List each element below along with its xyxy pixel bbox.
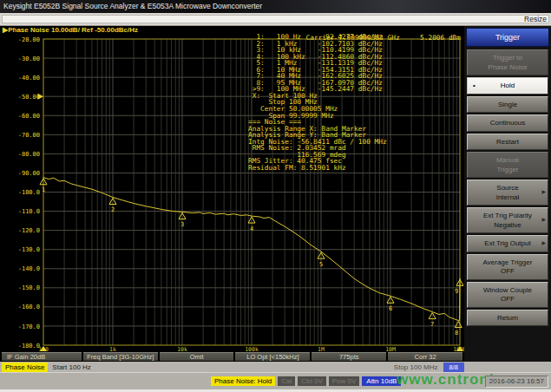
marker-readout-block: 1: 100 Hz -92.4277 dBc/Hz 2: 1 kHz -102.… bbox=[248, 34, 387, 171]
trace-name-chip[interactable]: Phase Noise bbox=[2, 363, 48, 372]
softkey-label: Average Trigger bbox=[476, 258, 540, 267]
resize-button[interactable]: Resize bbox=[524, 13, 547, 25]
window-title: Keysight E5052B Signal Source Analyzer &… bbox=[3, 2, 262, 10]
softkey-hold[interactable]: •Hold bbox=[467, 77, 548, 95]
softkey-label: Source bbox=[476, 184, 540, 193]
y-axis-tick-label: -30.00 bbox=[18, 56, 40, 62]
ctrl-status-chip[interactable]: Ctrl 0V bbox=[298, 376, 325, 386]
softkey-label: Manual bbox=[476, 156, 540, 165]
softkey-source[interactable]: SourceInternal▶ bbox=[467, 180, 548, 206]
softkey-label: Continuous bbox=[476, 119, 540, 127]
status-segment-6[interactable]: Corr 32 bbox=[388, 352, 462, 361]
y-axis-tick-label: -120.0 bbox=[18, 227, 40, 234]
softkey-ext-trig-output[interactable]: Ext Trig Output▶ bbox=[467, 235, 548, 252]
softkey-value-label: Internal bbox=[476, 193, 540, 202]
y-axis-tick-label: -150.0 bbox=[18, 284, 40, 291]
instrument-screen: ▶Phase Noise 10.00dB/ Ref -50.00dBc/Hz -… bbox=[0, 26, 464, 351]
y-axis-tick-label: -180.0 bbox=[18, 343, 40, 350]
mode-status-chip[interactable]: Phase Noise: Hold bbox=[211, 376, 275, 386]
softkey-manual-trigger[interactable]: ManualTrigger bbox=[467, 152, 548, 178]
status-segment-5[interactable]: 775pts bbox=[312, 352, 386, 361]
softkey-value-label: Negative bbox=[476, 221, 540, 230]
softkey-single[interactable]: Single bbox=[467, 96, 548, 114]
status-segment-3[interactable]: Omit bbox=[160, 352, 234, 361]
cal-status-chip[interactable]: Cal bbox=[278, 376, 295, 386]
toolbar-field bbox=[2, 15, 549, 23]
window-titlebar[interactable]: Keysight E5052B Signal Source Analyzer &… bbox=[0, 0, 551, 13]
y-axis-tick-label: -70.00 bbox=[18, 132, 40, 139]
measurement-status-row: IF Gain 20dBFreq Band [3G-10GHz]OmitLO O… bbox=[0, 351, 464, 362]
softkey-label: Hold bbox=[476, 82, 540, 90]
y-axis-tick-label: -130.0 bbox=[18, 246, 40, 253]
softkey-continuous[interactable]: Continuous bbox=[467, 114, 548, 132]
trace-marker-8[interactable]: 8 bbox=[455, 322, 462, 337]
softkey-label: Ext Trig Output bbox=[476, 239, 540, 248]
marker-number-label: 9 bbox=[455, 288, 458, 295]
status-segment-4[interactable]: LO Opt [<150kHz] bbox=[235, 352, 310, 361]
softkey-value-label: Phase Noise bbox=[476, 63, 540, 72]
phase-noise-plot: -20.00-30.00-40.00-50.00-60.00-70.00-80.… bbox=[0, 33, 464, 351]
reference-level-arrow-icon bbox=[38, 94, 44, 100]
trace-marker-9[interactable]: 9 bbox=[455, 279, 463, 295]
selected-bullet-icon: • bbox=[473, 82, 476, 90]
softkey-ext-trig-polarity[interactable]: Ext Trig PolarityNegative▶ bbox=[467, 207, 548, 233]
y-axis-tick-label: -80.00 bbox=[18, 151, 40, 158]
marker-number-label: 5 bbox=[319, 261, 323, 268]
stop-frequency-label: Stop 100 MHz bbox=[394, 363, 438, 371]
softkey-average-trigger[interactable]: Average TriggerOFF bbox=[467, 254, 548, 280]
bottom-status-bar: Phase Noise: Hold Cal Ctrl 0V Pow 0V Att… bbox=[0, 372, 551, 389]
softkey-restart[interactable]: Restart bbox=[467, 134, 548, 151]
softkey-return[interactable]: Return bbox=[467, 310, 548, 327]
marker-triangle-icon bbox=[455, 322, 462, 328]
softkey-label: Trigger to bbox=[476, 54, 540, 62]
y-axis-tick-label: -140.0 bbox=[18, 265, 40, 272]
start-frequency-label: Start 100 Hz bbox=[52, 363, 90, 371]
softkey-label: Restart bbox=[476, 138, 540, 147]
softkey-menu-title: Trigger bbox=[466, 28, 549, 47]
y-axis-tick-label: -160.0 bbox=[18, 304, 40, 310]
y-axis-tick-label: -40.00 bbox=[18, 75, 40, 82]
softkey-value-label: OFF bbox=[476, 267, 540, 276]
submenu-arrow-icon: ▶ bbox=[541, 216, 546, 225]
softkey-trigger-to-phase-noise[interactable]: Trigger toPhase Noise bbox=[467, 49, 548, 75]
y-axis-tick-label: -110.0 bbox=[18, 208, 40, 215]
application-window: Keysight E5052B Signal Source Analyzer &… bbox=[0, 0, 551, 392]
softkey-window-couple[interactable]: Window CoupleOFF bbox=[467, 282, 548, 308]
submenu-arrow-icon: ▶ bbox=[541, 188, 546, 197]
y-axis-tick-label: -90.00 bbox=[18, 170, 40, 177]
submenu-arrow-icon: ▶ bbox=[541, 239, 546, 248]
trace-status-bar: Phase Noise Start 100 Hz Stop 100 MHz 8/… bbox=[0, 362, 551, 372]
menu-bar: Resize bbox=[0, 13, 551, 26]
readout-line-21: Residual FM: 8.51901 kHz bbox=[248, 165, 387, 172]
pow-status-chip[interactable]: Pow 0V bbox=[329, 376, 360, 386]
status-segment-2[interactable]: Freq Band [3G-10GHz] bbox=[83, 352, 158, 361]
softkey-label: Single bbox=[476, 101, 540, 109]
attenuator-status-chip[interactable]: Attn 10dB bbox=[362, 376, 401, 386]
y-axis-tick-label: -170.0 bbox=[18, 323, 40, 330]
softkey-panel: Trigger Trigger toPhase Noise•HoldSingle… bbox=[464, 26, 551, 362]
marker-number-label: 7 bbox=[430, 321, 434, 328]
y-axis-tick-label: -20.00 bbox=[18, 36, 40, 43]
marker-number-label: 2 bbox=[111, 206, 115, 213]
page-indicator-chip[interactable]: 8/8 bbox=[443, 363, 464, 372]
softkey-label: Ext Trig Polarity bbox=[476, 212, 540, 220]
marker-number-label: 3 bbox=[180, 221, 184, 228]
marker-number-label: 1 bbox=[42, 186, 45, 193]
datetime-display: 2016-06-23 16:57 bbox=[485, 376, 548, 388]
marker-number-label: 8 bbox=[455, 330, 458, 336]
y-axis-tick-label: -60.00 bbox=[18, 113, 40, 120]
softkey-value-label: Trigger bbox=[476, 166, 540, 174]
y-axis-tick-label: -50.00 bbox=[18, 94, 40, 101]
marker-number-label: 6 bbox=[389, 305, 392, 312]
marker-number-label: 4 bbox=[250, 225, 253, 232]
status-segment-1[interactable]: IF Gain 20dB bbox=[2, 352, 82, 361]
softkey-value-label: OFF bbox=[476, 295, 540, 304]
y-axis-tick-label: -100.0 bbox=[18, 189, 40, 196]
softkey-label: Window Couple bbox=[476, 286, 540, 295]
softkey-label: Return bbox=[476, 314, 540, 323]
